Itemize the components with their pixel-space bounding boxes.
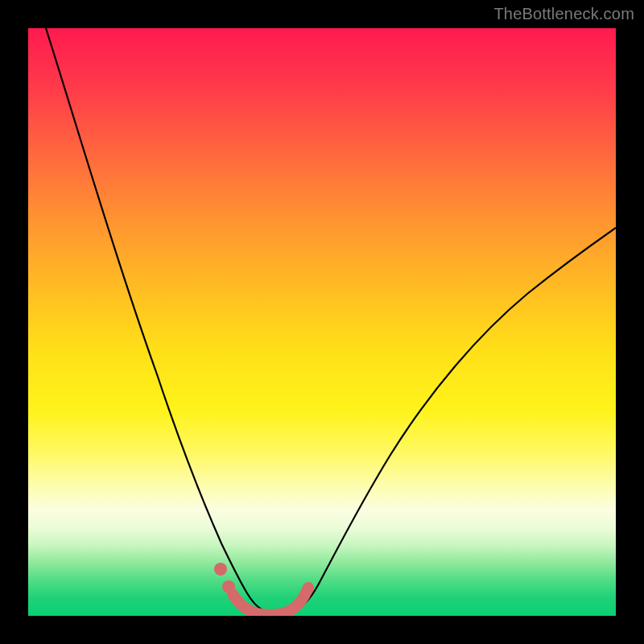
plot-area — [28, 28, 616, 616]
chart-frame: TheBottleneck.com — [0, 0, 644, 644]
highlight-right-segment — [233, 588, 308, 615]
highlight-dot — [222, 580, 235, 593]
curve-layer — [28, 28, 616, 616]
highlight-dot — [214, 563, 227, 576]
bottleneck-curve — [46, 28, 616, 613]
watermark-text: TheBottleneck.com — [493, 5, 634, 23]
